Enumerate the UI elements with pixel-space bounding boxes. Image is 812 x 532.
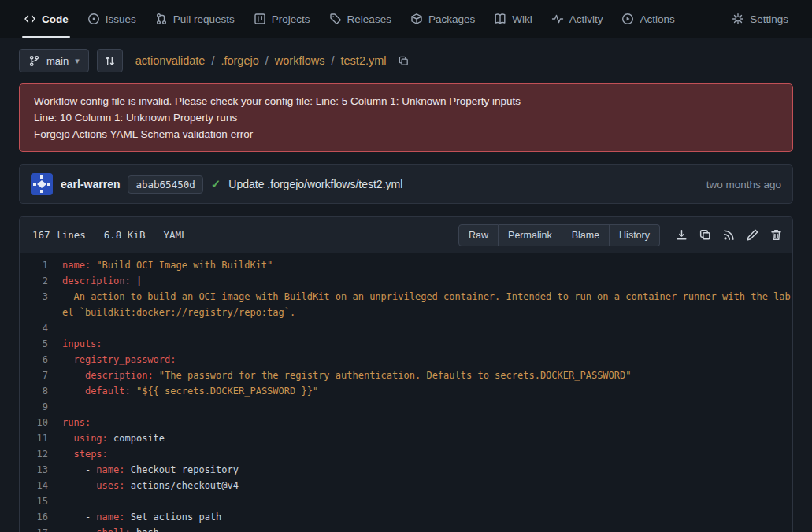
code-line: 7 description: "The password for the reg… <box>20 368 792 383</box>
copy-content-button[interactable] <box>699 228 712 242</box>
tab-releases[interactable]: Releases <box>320 0 401 38</box>
tab-settings[interactable]: Settings <box>722 0 798 38</box>
pulse-icon <box>551 13 564 25</box>
line-content: An action to build an OCI image with Bui… <box>54 289 792 320</box>
line-number[interactable]: 16 <box>20 509 54 525</box>
line-number[interactable]: 7 <box>20 368 54 383</box>
breadcrumb-item[interactable]: workflows <box>275 54 325 67</box>
code-line: 10runs: <box>20 415 792 430</box>
line-number[interactable]: 1 <box>20 257 54 273</box>
line-number[interactable]: 2 <box>20 273 54 289</box>
breadcrumb-item[interactable]: test2.yml <box>341 54 387 67</box>
line-content: description: | <box>54 273 792 289</box>
repo-nav: Code Issues Pull requests Projects Relea… <box>0 0 812 38</box>
branch-name: main <box>46 55 69 67</box>
line-number[interactable]: 10 <box>20 415 54 430</box>
commit-message[interactable]: Update .forgejo/workflows/test2.yml <box>228 178 402 190</box>
code-line: 9 <box>20 399 792 415</box>
line-number[interactable]: 11 <box>20 430 54 446</box>
code-line: 2description: | <box>20 273 792 289</box>
tab-code[interactable]: Code <box>14 0 78 38</box>
line-number[interactable]: 14 <box>20 478 54 493</box>
edit-file-button[interactable] <box>746 228 759 242</box>
line-number[interactable]: 5 <box>20 336 54 352</box>
code-view: 1name: "Build OCI Image with BuildKit"2d… <box>20 253 792 532</box>
tab-wiki[interactable]: Wiki <box>484 0 542 38</box>
line-number[interactable]: 13 <box>20 462 54 478</box>
line-content: using: composite <box>54 430 792 446</box>
tab-projects[interactable]: Projects <box>244 0 320 38</box>
breadcrumb-item[interactable]: .forgejo <box>221 54 258 67</box>
code-line: 1name: "Build OCI Image with BuildKit" <box>20 257 792 273</box>
line-content: - name: Set actions path <box>54 509 792 525</box>
commit-sha[interactable]: abab65450d <box>128 175 202 194</box>
tab-packages[interactable]: Packages <box>401 0 484 38</box>
compare-icon <box>104 55 116 67</box>
rss-feed-button[interactable] <box>722 228 736 242</box>
line-content <box>54 493 792 509</box>
tag-icon <box>329 13 342 25</box>
tab-activity[interactable]: Activity <box>542 0 613 38</box>
delete-file-button[interactable] <box>769 228 783 242</box>
trash-icon <box>769 228 783 242</box>
line-content: runs: <box>54 415 792 430</box>
commit-author[interactable]: earl-warren <box>61 178 120 190</box>
line-number[interactable]: 4 <box>20 320 54 336</box>
tab-label: Pull requests <box>173 13 235 25</box>
error-line: Forgejo Actions YAML Schema validation e… <box>34 126 778 142</box>
chevron-down-icon: ▾ <box>75 57 80 65</box>
code-line: 12 steps: <box>20 446 792 462</box>
code-line: 8 default: "${{ secrets.DOCKER_PASSWORD … <box>20 383 792 399</box>
divider <box>95 230 95 241</box>
line-number[interactable]: 6 <box>20 352 54 368</box>
package-icon <box>410 13 423 25</box>
commit-time: two months ago <box>706 179 781 190</box>
line-content: steps: <box>54 446 792 462</box>
breadcrumb-item[interactable]: actionvalidate <box>135 54 206 67</box>
file-line-count: 167 lines <box>32 229 86 241</box>
line-number[interactable]: 17 <box>20 525 54 532</box>
code-icon <box>24 13 36 25</box>
blame-button[interactable]: Blame <box>562 224 610 246</box>
pencil-icon <box>746 228 759 242</box>
copy-path-button[interactable] <box>396 54 411 68</box>
history-button[interactable]: History <box>610 224 660 246</box>
tab-label: Projects <box>272 13 310 25</box>
code-line: 5inputs: <box>20 336 792 352</box>
code-line: 16 - name: Set actions path <box>20 509 792 525</box>
tab-issues[interactable]: Issues <box>78 0 146 38</box>
branch-selector[interactable]: main ▾ <box>19 49 89 72</box>
code-line: 4 <box>20 320 792 336</box>
avatar[interactable] <box>31 173 53 195</box>
code-line: 3 An action to build an OCI image with B… <box>20 289 792 320</box>
line-content: name: "Build OCI Image with BuildKit" <box>54 257 792 273</box>
project-icon <box>254 13 266 25</box>
line-number[interactable]: 8 <box>20 383 54 399</box>
code-line: 11 using: composite <box>20 430 792 446</box>
line-content: uses: actions/checkout@v4 <box>54 478 792 493</box>
issue-icon <box>87 13 100 25</box>
download-button[interactable] <box>675 228 688 242</box>
tab-label: Code <box>42 13 69 25</box>
code-line: 13 - name: Checkout repository <box>20 462 792 478</box>
line-number[interactable]: 15 <box>20 493 54 509</box>
line-number[interactable]: 9 <box>20 399 54 415</box>
raw-button[interactable]: Raw <box>458 224 499 246</box>
file-header: 167 lines 6.8 KiB YAML Raw Permalink Bla… <box>20 217 792 253</box>
breadcrumb-separator: / <box>265 54 269 67</box>
breadcrumb-separator: / <box>211 54 214 67</box>
permalink-button[interactable]: Permalink <box>499 224 562 246</box>
download-icon <box>675 228 688 242</box>
file-meta: 167 lines 6.8 KiB YAML <box>32 229 187 241</box>
file-view: 167 lines 6.8 KiB YAML Raw Permalink Bla… <box>19 216 793 532</box>
commit-status-success-icon[interactable]: ✓ <box>211 177 221 191</box>
tab-label: Packages <box>428 13 475 25</box>
tab-actions[interactable]: Actions <box>612 0 684 38</box>
book-icon <box>494 13 506 25</box>
compare-button[interactable] <box>97 49 123 72</box>
line-number[interactable]: 12 <box>20 446 54 462</box>
tab-pull-requests[interactable]: Pull requests <box>146 0 244 38</box>
line-number[interactable]: 3 <box>20 289 54 320</box>
tab-label: Actions <box>640 13 674 25</box>
line-content: description: "The password for the regis… <box>54 368 792 383</box>
